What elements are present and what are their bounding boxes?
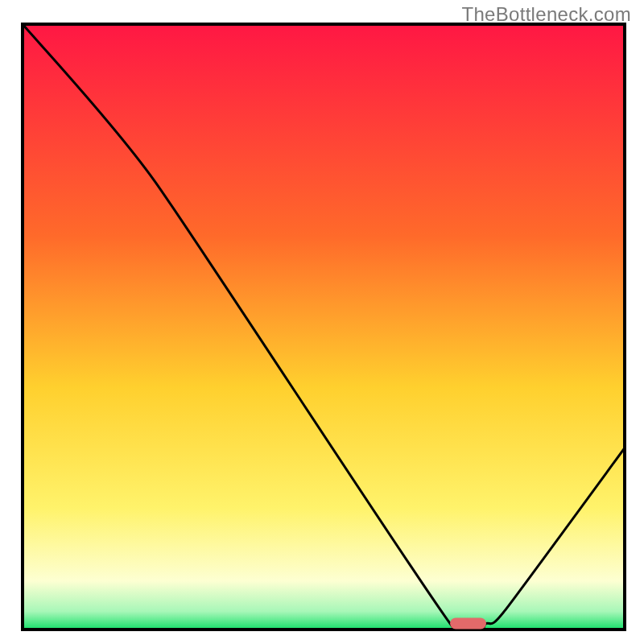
bottleneck-curve-chart <box>0 0 644 644</box>
chart-container: TheBottleneck.com <box>0 0 644 644</box>
watermark-text: TheBottleneck.com <box>461 3 631 26</box>
plot-background <box>23 24 625 630</box>
optimum-marker <box>450 617 486 629</box>
